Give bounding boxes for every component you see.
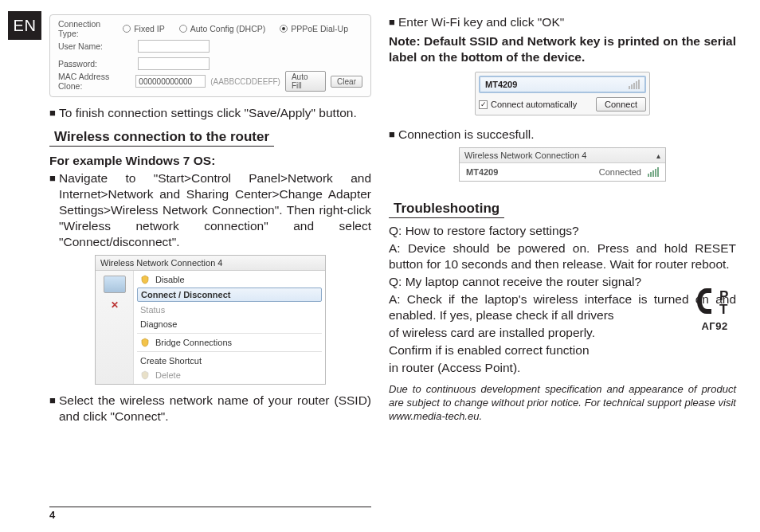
example-os-text: For example Windows 7 OS: — [49, 153, 371, 169]
cert-wrap: of wireless card are installed properly.… — [389, 323, 736, 376]
context-menu-sidebar: ✕ — [96, 271, 134, 384]
radio-fixed-ip[interactable]: Fixed IP — [123, 24, 165, 33]
bullet-icon: ■ — [49, 393, 59, 424]
right-column: ■ Enter Wi-Fi key and click "OK" Note: D… — [386, 14, 742, 521]
connected-ssid: MT4209 — [466, 167, 498, 177]
pct-icon: P T — [695, 285, 734, 317]
menu-item-delete[interactable]: Delete — [134, 368, 325, 382]
note-text: Note: Default SSID and Network key is pr… — [389, 33, 736, 65]
auto-connect-label: Connect automatically — [491, 100, 577, 109]
enter-key-text: Enter Wi-Fi key and click "OK" — [398, 14, 564, 30]
radio-fixed-label: Fixed IP — [134, 24, 165, 33]
finish-settings-text: To finish connection settings click "Sav… — [59, 105, 357, 121]
context-menu-title-text: Wireless Network Connection 4 — [100, 258, 222, 268]
radio-pppoe[interactable]: PPPoE Dial-Up — [280, 24, 348, 33]
menu-item-disable[interactable]: Disable — [134, 272, 325, 287]
connection-type-label: Connection Type: — [58, 19, 123, 38]
popover-ssid[interactable]: MT4209 — [479, 76, 646, 93]
q1: Q: How to restore factory settings? — [389, 223, 736, 239]
wireless-section-header: Wireless connection to the router — [49, 129, 274, 147]
navigate-text: Navigate to "Start>Control Panel>Network… — [59, 170, 371, 250]
context-menu-screenshot: Wireless Network Connection 4 ✕ Disable … — [95, 255, 326, 385]
chevron-up-icon[interactable]: ▴ — [656, 151, 660, 160]
menu-item-delete-label: Delete — [155, 370, 181, 380]
autofill-button[interactable]: Auto Fill — [285, 71, 326, 92]
menu-item-diagnose[interactable]: Diagnose — [134, 317, 325, 331]
radio-pppoe-label: PPPoE Dial-Up — [291, 24, 348, 33]
bullet-icon: ■ — [49, 105, 59, 121]
a2b: of wireless card are installed properly. — [389, 325, 736, 341]
a2a: A: Check if the laptop's wireless interf… — [389, 291, 736, 323]
connection-panel: Connection Type: Fixed IP Auto Config (D… — [49, 14, 371, 97]
a2d: in router (Access Point). — [389, 360, 736, 376]
connect-popover: MT4209 ✓ Connect automatically Connect — [475, 72, 650, 115]
language-tab: EN — [8, 11, 41, 40]
radio-dhcp[interactable]: Auto Config (DHCP) — [179, 24, 266, 33]
cert-code: АГ92 — [693, 320, 736, 332]
checkbox-icon: ✓ — [479, 100, 488, 109]
menu-item-status[interactable]: Status — [134, 303, 325, 317]
password-input[interactable] — [138, 57, 210, 70]
footnote: Due to continuous development specificat… — [389, 382, 736, 423]
mac-input[interactable]: 000000000000 — [135, 75, 206, 88]
clear-button[interactable]: Clear — [331, 76, 362, 88]
context-menu-title: Wireless Network Connection 4 — [96, 256, 325, 271]
shield-icon — [140, 338, 150, 347]
menu-item-connect[interactable]: Connect / Disconnect — [137, 288, 322, 302]
radio-dhcp-label: Auto Config (DHCP) — [190, 24, 266, 33]
monitor-icon — [104, 276, 126, 293]
auto-connect-checkbox[interactable]: ✓ Connect automatically — [479, 100, 577, 109]
username-input[interactable] — [138, 40, 210, 53]
shield-icon — [140, 275, 150, 284]
signal-icon — [629, 80, 640, 89]
bullet-icon: ■ — [389, 14, 398, 30]
connection-success-text: Connection is succesfull. — [398, 127, 535, 143]
shield-icon — [140, 370, 150, 380]
connected-panel: Wireless Network Connection 4 ▴ MT4209 C… — [459, 147, 666, 182]
mac-label: MAC Address Clone: — [58, 72, 135, 91]
password-label: Password: — [58, 59, 138, 68]
signal-icon — [648, 167, 659, 177]
troubleshooting-header: Troubleshooting — [389, 201, 504, 218]
left-column: Connection Type: Fixed IP Auto Config (D… — [0, 14, 371, 521]
connect-button[interactable]: Connect — [596, 97, 646, 111]
q2: Q: My laptop cannot receive the router s… — [389, 274, 736, 290]
menu-item-bridge[interactable]: Bridge Connections — [134, 335, 325, 350]
menu-item-shortcut[interactable]: Create Shortcut — [134, 354, 325, 368]
svg-text:T: T — [719, 302, 728, 317]
bullet-icon: ■ — [389, 127, 398, 143]
certification-mark: P T АГ92 — [693, 285, 736, 332]
select-ssid-text: Select the wireless network name of your… — [59, 393, 371, 424]
menu-item-disable-label: Disable — [155, 275, 185, 284]
connected-status: Connected — [599, 167, 641, 177]
a2c: Confirm if is enabled correct function — [389, 342, 736, 358]
connected-title: Wireless Network Connection 4 — [464, 151, 586, 160]
x-icon: ✕ — [111, 299, 119, 311]
menu-item-bridge-label: Bridge Connections — [155, 338, 232, 347]
mac-hint: (AABBCCDDEEFF) — [210, 77, 280, 86]
page-number: 4 — [49, 507, 371, 521]
popover-ssid-label: MT4209 — [485, 80, 517, 89]
bullet-icon: ■ — [49, 170, 59, 250]
a1: A: Device should be powered on. Press an… — [389, 241, 736, 272]
username-label: User Name: — [58, 41, 138, 51]
page: Connection Type: Fixed IP Auto Config (D… — [0, 14, 742, 521]
